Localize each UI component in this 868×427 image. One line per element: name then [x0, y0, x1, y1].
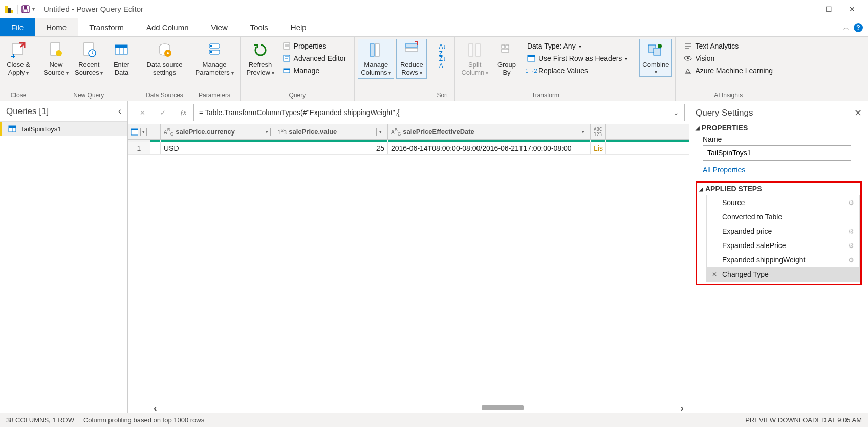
cell[interactable]: Lis — [591, 142, 606, 154]
filter-icon[interactable]: ▾ — [263, 128, 271, 136]
applied-step[interactable]: Source⚙ — [707, 195, 859, 210]
horizontal-scrollbar[interactable]: ‹ › — [154, 402, 684, 413]
query-item[interactable]: TailSpinToys1 — [0, 122, 127, 136]
applied-step[interactable]: Expanded shippingWeight⚙ — [707, 253, 859, 267]
gear-icon[interactable]: ⚙ — [848, 242, 854, 250]
applied-step[interactable]: Converted to Table — [707, 210, 859, 224]
data-source-settings-button[interactable]: Data source settings — [143, 39, 185, 79]
table-options-icon[interactable]: ▾ — [140, 128, 147, 136]
number-type-icon: 123 — [277, 128, 287, 136]
accept-formula-button[interactable]: ✓ — [153, 104, 173, 121]
text-type-icon: ABC — [391, 127, 401, 137]
text-type-icon: ABC — [164, 127, 173, 137]
group-data-sources: Data Sources — [140, 91, 188, 101]
combine-button[interactable]: Combine ▾ — [639, 39, 672, 77]
svg-point-43 — [658, 44, 662, 48]
column-header-value[interactable]: 123 salePrice.value ▾ — [274, 124, 388, 139]
queries-panel: Queries [1] ‹ TailSpinToys1 — [0, 101, 128, 413]
group-transform: Transform — [455, 91, 636, 101]
recent-sources-button[interactable]: Recent Sources — [72, 39, 106, 79]
first-row-headers-button[interactable]: Use First Row as Headers ▾ — [524, 53, 631, 63]
sort-asc-button[interactable]: A↓Z — [435, 45, 449, 55]
applied-steps-highlight: ◢APPLIED STEPS Source⚙Converted to Table… — [696, 181, 862, 285]
azure-ml-button[interactable]: Azure Machine Learning — [681, 65, 776, 76]
expand-formula-icon[interactable]: ⌄ — [673, 108, 679, 117]
vision-button[interactable]: Vision — [681, 53, 776, 63]
manage-query-button[interactable]: Manage — [279, 65, 350, 76]
tab-home[interactable]: Home — [35, 18, 78, 36]
applied-step[interactable]: Changed Type — [707, 267, 859, 281]
cell[interactable]: 2016-06-14T08:00:00-08:00/2016-06-21T17:… — [388, 142, 591, 154]
save-icon[interactable] — [21, 5, 30, 14]
tab-help[interactable]: Help — [279, 18, 318, 36]
collapse-icon[interactable]: ◢ — [699, 186, 703, 192]
filter-icon[interactable]: ▾ — [376, 128, 384, 136]
collapse-ribbon-icon[interactable]: ︿ — [843, 23, 850, 32]
app-logo — [4, 5, 13, 14]
column-header-currency[interactable]: ABC salePrice.currency ▾ — [161, 124, 274, 139]
gear-icon[interactable]: ⚙ — [848, 256, 854, 264]
new-source-button[interactable]: New Source — [40, 39, 72, 79]
help-icon[interactable]: ? — [854, 23, 863, 32]
tab-add-column[interactable]: Add Column — [135, 18, 200, 36]
column-header-partial[interactable]: ABC123 — [591, 124, 606, 139]
table-row[interactable]: 1 USD 25 2016-06-14T08:00:00-08:00/2016-… — [128, 142, 689, 155]
settings-header: Query Settings — [696, 108, 753, 118]
applied-step[interactable]: Expanded price⚙ — [707, 224, 859, 238]
any-type-icon: ABC123 — [594, 127, 602, 137]
svg-rect-12 — [115, 45, 127, 48]
svg-rect-40 — [528, 55, 535, 57]
scroll-left-icon[interactable]: ‹ — [154, 402, 157, 413]
svg-rect-35 — [476, 44, 480, 56]
sort-desc-button[interactable]: Z↓A — [435, 57, 449, 68]
close-settings-icon[interactable]: ✕ — [854, 107, 862, 119]
svg-rect-2 — [11, 10, 13, 13]
close-apply-button[interactable]: Close & Apply — [3, 39, 34, 79]
tab-transform[interactable]: Transform — [78, 18, 135, 36]
cancel-formula-button[interactable]: ✕ — [132, 104, 153, 121]
svg-rect-34 — [469, 44, 473, 56]
tab-tools[interactable]: Tools — [239, 18, 279, 36]
status-bar: 38 COLUMNS, 1 ROW Column profiling based… — [0, 413, 868, 427]
reduce-rows-button[interactable]: Reduce Rows — [396, 39, 427, 79]
data-grid: ▾ ABC salePrice.currency ▾ 123 salePrice… — [128, 124, 689, 413]
row-header-corner[interactable]: ▾ — [128, 124, 150, 139]
scroll-right-icon[interactable]: › — [680, 402, 684, 413]
enter-data-button[interactable]: Enter Data — [106, 39, 137, 79]
cell[interactable] — [150, 142, 161, 154]
svg-rect-31 — [375, 44, 379, 56]
split-column-button[interactable]: Split Column — [458, 39, 491, 79]
collapse-icon[interactable]: ◢ — [696, 125, 700, 131]
cell[interactable]: 25 — [274, 142, 388, 154]
text-analytics-button[interactable]: Text Analytics — [681, 41, 776, 51]
minimize-button[interactable]: — — [793, 2, 817, 17]
query-item-label: TailSpinToys1 — [20, 125, 61, 133]
tab-view[interactable]: View — [200, 18, 239, 36]
manage-columns-button[interactable]: Manage Columns — [358, 39, 394, 79]
data-type-button[interactable]: Data Type: Any ▾ — [524, 41, 631, 51]
all-properties-link[interactable]: All Properties — [703, 166, 745, 174]
manage-parameters-button[interactable]: Manage Parameters — [192, 39, 237, 79]
query-name-input[interactable] — [703, 145, 851, 161]
advanced-editor-button[interactable]: Advanced Editor — [279, 53, 350, 63]
applied-step[interactable]: Expanded salePrice⚙ — [707, 238, 859, 253]
column-header-blank[interactable] — [150, 124, 161, 139]
gear-icon[interactable]: ⚙ — [848, 199, 854, 207]
column-header-date[interactable]: ABC salePriceEffectiveDate ▾ — [388, 124, 591, 139]
refresh-preview-button[interactable]: Refresh Preview — [244, 39, 277, 79]
properties-button[interactable]: Properties — [279, 41, 350, 51]
status-profiling: Column profiling based on top 1000 rows — [83, 416, 204, 424]
close-window-button[interactable]: ✕ — [840, 2, 864, 17]
status-columns-rows: 38 COLUMNS, 1 ROW — [6, 416, 74, 424]
cell[interactable]: USD — [161, 142, 274, 154]
formula-input[interactable]: = Table.TransformColumnTypes(#"Expanded … — [193, 104, 685, 121]
replace-values-button[interactable]: 1→2Replace Values — [524, 65, 631, 76]
fx-button[interactable]: ƒx — [173, 104, 193, 121]
filter-icon[interactable]: ▾ — [579, 128, 587, 136]
group-by-button[interactable]: Group By — [491, 39, 522, 79]
qat-dropdown-icon[interactable]: ▾ — [32, 6, 35, 12]
gear-icon[interactable]: ⚙ — [848, 228, 854, 235]
collapse-queries-icon[interactable]: ‹ — [118, 106, 121, 117]
maximize-button[interactable]: ☐ — [817, 2, 840, 17]
tab-file[interactable]: File — [0, 18, 35, 36]
